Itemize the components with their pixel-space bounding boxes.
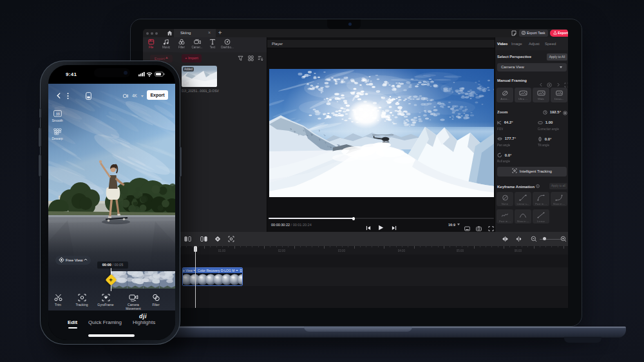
svg-text:33: 33 <box>55 112 59 116</box>
